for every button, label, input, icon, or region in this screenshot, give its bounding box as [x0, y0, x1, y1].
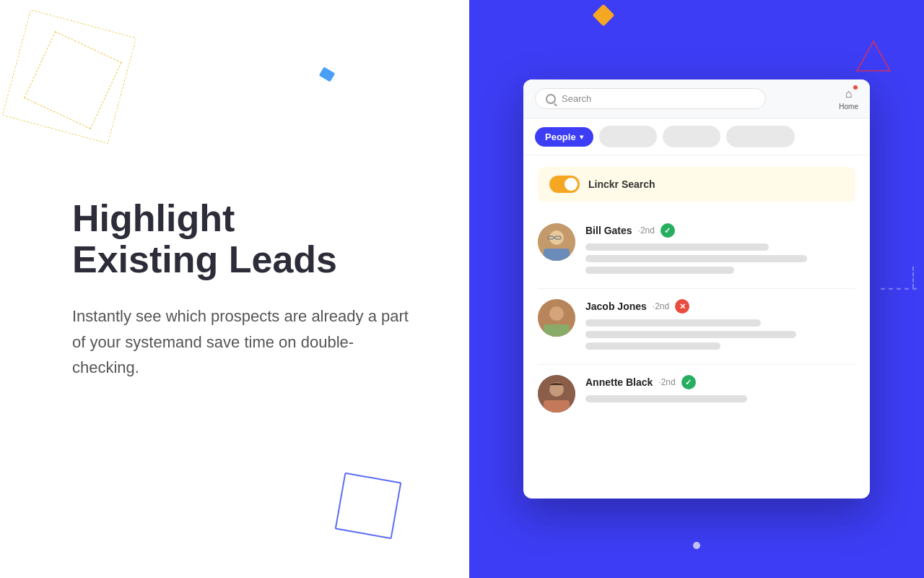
deco-triangle-outline [335, 473, 402, 540]
people-filter-button[interactable]: People ▾ [535, 127, 593, 147]
info-bar-3-bill [585, 267, 734, 274]
person-name-row-jacob: Jacob Jones ·2nd ✕ [585, 299, 855, 314]
deco-dash-line-1 [881, 288, 917, 290]
deco-lines [0, 0, 144, 144]
person-info-annette-black: Annette Black ·2nd ✓ [585, 375, 855, 407]
connection-degree-bill: ·2nd [638, 225, 655, 236]
person-name-jacob: Jacob Jones [585, 301, 647, 312]
person-name-bill: Bill Gates [585, 225, 632, 236]
info-bar-2-bill [585, 255, 807, 262]
in-system-icon-annette: ✓ [681, 375, 696, 389]
svg-point-8 [549, 306, 564, 321]
not-in-system-icon-jacob: ✕ [675, 299, 689, 314]
person-row-annette-black: Annette Black ·2nd ✓ [538, 365, 855, 423]
right-panel: Search ⌂ Home People ▾ [469, 0, 924, 578]
linckr-label: Linckr Search [588, 178, 655, 190]
avatar-annette-black [538, 375, 575, 413]
svg-rect-3 [544, 249, 570, 261]
filter-pill-3[interactable] [726, 126, 795, 147]
deco-dot-indicator [693, 542, 700, 549]
search-icon [546, 94, 556, 104]
person-name-row-annette: Annette Black ·2nd ✓ [585, 375, 855, 389]
home-icon-wrap: ⌂ [842, 87, 856, 101]
svg-rect-12 [544, 400, 570, 413]
person-info-jacob-jones: Jacob Jones ·2nd ✕ [585, 299, 855, 354]
avatar-jacob-jones [538, 299, 575, 337]
search-input-placeholder: Search [562, 93, 591, 104]
toggle-knob [565, 178, 578, 191]
search-bar[interactable]: Search [535, 88, 766, 109]
filter-pill-1[interactable] [599, 126, 657, 147]
person-name-row-bill: Bill Gates ·2nd ✓ [585, 223, 855, 238]
info-bar-1-jacob [585, 319, 761, 327]
svg-point-2 [549, 230, 564, 245]
person-row-bill-gates: Bill Gates ·2nd ✓ [538, 213, 855, 289]
person-row-jacob-jones: Jacob Jones ·2nd ✕ [538, 289, 855, 365]
filter-pill-2[interactable] [663, 126, 720, 147]
avatar-bill-gates [538, 223, 575, 261]
left-panel: Highlight Existing Leads Instantly see w… [0, 0, 469, 578]
notification-badge [853, 85, 858, 90]
main-headline: Highlight Existing Leads [72, 198, 426, 280]
deco-dash-line-2 [912, 267, 914, 288]
chevron-down-icon: ▾ [580, 133, 583, 141]
deco-blue-diamond [319, 66, 336, 82]
people-filter-label: People [545, 131, 576, 142]
person-name-annette: Annette Black [585, 376, 653, 388]
home-label: Home [839, 103, 858, 111]
info-bar-2-jacob [585, 331, 796, 338]
person-info-bill-gates: Bill Gates ·2nd ✓ [585, 223, 855, 278]
svg-marker-0 [857, 41, 890, 71]
browser-topbar: Search ⌂ Home [523, 79, 870, 118]
mock-browser-window: Search ⌂ Home People ▾ [523, 79, 870, 499]
nav-home[interactable]: ⌂ Home [839, 87, 858, 111]
svg-rect-9 [544, 324, 570, 337]
nav-icons: ⌂ Home [839, 87, 858, 111]
filter-bar: People ▾ [523, 118, 870, 155]
content-area: Linckr Search Bill Gates [523, 155, 870, 434]
info-bar-3-jacob [585, 342, 720, 350]
in-system-icon-bill: ✓ [661, 223, 675, 238]
connection-degree-annette: ·2nd [658, 377, 675, 387]
linckr-toggle[interactable] [549, 176, 580, 193]
info-bar-1-bill [585, 243, 769, 251]
connection-degree-jacob: ·2nd [653, 301, 669, 311]
main-subtext: Instantly see which prospects are alread… [72, 303, 419, 380]
linckr-banner: Linckr Search [538, 167, 855, 202]
deco-orange-diamond [592, 4, 614, 26]
info-bar-1-annette [585, 395, 747, 402]
